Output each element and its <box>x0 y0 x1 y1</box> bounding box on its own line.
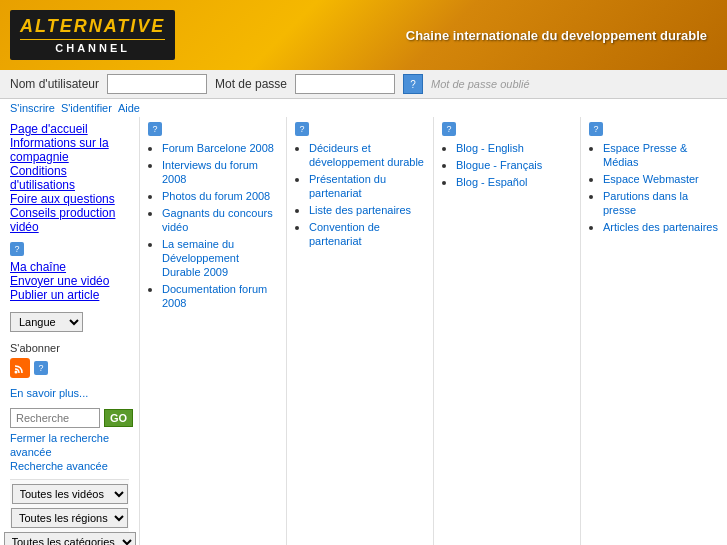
list-item: Convention de partenariat <box>309 220 425 248</box>
list-item: Présentation du partenariat <box>309 172 425 200</box>
middle-row: Page d'accueil Informations sur la compa… <box>0 117 727 545</box>
logo: ALTERNATIVE CHANNEL <box>10 10 175 60</box>
subscribe-help-icon[interactable]: ? <box>34 361 48 375</box>
subscribe-label: S'abonner <box>10 342 129 354</box>
login-submit-button[interactable]: ? <box>403 74 423 94</box>
nav-link-blog-fr[interactable]: Blogue - Français <box>456 159 542 171</box>
login-link[interactable]: S'identifier <box>61 102 112 114</box>
help-icon[interactable]: ? <box>10 242 24 256</box>
search-input[interactable] <box>10 408 100 428</box>
nav-col-partners: ? Décideurs et développement durable Pré… <box>286 117 433 545</box>
search-row: GO <box>10 408 129 428</box>
list-item: Parutions dans la presse <box>603 189 719 217</box>
list-item: Documentation forum 2008 <box>162 282 278 310</box>
list-item: Décideurs et développement durable <box>309 141 425 169</box>
videos-filter-select[interactable]: Toutes les vidéos Vidéos récentes Vidéos… <box>12 484 128 504</box>
list-item: Conditions d'utilisations <box>10 164 129 192</box>
list-item: Espace Presse & Médias <box>603 141 719 169</box>
search-button[interactable]: GO <box>104 409 133 427</box>
blog-help-icon[interactable]: ? <box>442 122 456 136</box>
password-input[interactable] <box>295 74 395 94</box>
list-item: Gagnants du concours vidéo <box>162 206 278 234</box>
nav-link-parutions[interactable]: Parutions dans la presse <box>603 190 688 216</box>
nav-link-liste[interactable]: Liste des partenaires <box>309 204 411 216</box>
help-link[interactable]: Aide <box>118 102 140 114</box>
auth-links: S'inscrire S'identifier Aide <box>0 99 727 117</box>
categories-filter-select[interactable]: Toutes les catégories Alimentation Écolo… <box>4 532 136 545</box>
nav-col-partners-header: ? <box>295 122 425 136</box>
filter-row: Toutes les vidéos Vidéos récentes Vidéos… <box>10 479 129 545</box>
login-bar: Nom d'utilisateur Mot de passe ? Mot de … <box>0 70 727 99</box>
list-item: Photos du forum 2008 <box>162 189 278 203</box>
nav-link-semaine[interactable]: La semaine du Développement Durable 2009 <box>162 238 239 278</box>
nav-link-publier[interactable]: Publier un article <box>10 288 99 302</box>
forum-help-icon[interactable]: ? <box>148 122 162 136</box>
language-select[interactable]: Langue Français English Español <box>10 312 83 332</box>
rss-icon[interactable] <box>10 358 30 378</box>
nav-link-conseils[interactable]: Conseils production vidéo <box>10 206 115 234</box>
nav-link-espace-presse[interactable]: Espace Presse & Médias <box>603 142 687 168</box>
list-item: Forum Barcelone 2008 <box>162 141 278 155</box>
list-item: Espace Webmaster <box>603 172 719 186</box>
list-item: Liste des partenaires <box>309 203 425 217</box>
nav-link-info[interactable]: Informations sur la compagnie <box>10 136 109 164</box>
list-item: La semaine du Développement Durable 2009 <box>162 237 278 279</box>
username-input[interactable] <box>107 74 207 94</box>
close-advanced-link[interactable]: Fermer la recherche avancée <box>10 432 109 458</box>
header-tagline: Chaine internationale du developpement d… <box>406 28 707 43</box>
nav-link-convention[interactable]: Convention de partenariat <box>309 221 380 247</box>
nav-col-press-header: ? <box>589 122 719 136</box>
nav-link-blog-en[interactable]: Blog - English <box>456 142 524 154</box>
nav-link-articles[interactable]: Articles des partenaires <box>603 221 718 233</box>
press-help-icon[interactable]: ? <box>589 122 603 136</box>
nav-col-blog-header: ? <box>442 122 572 136</box>
chain-nav-list: Ma chaîne Envoyer une vidéo Publier un a… <box>10 260 129 302</box>
nav-link-decideurs[interactable]: Décideurs et développement durable <box>309 142 424 168</box>
nav-link-ma-chaine[interactable]: Ma chaîne <box>10 260 66 274</box>
nav-link-interviews[interactable]: Interviews du forum 2008 <box>162 159 258 185</box>
svg-point-0 <box>15 371 18 374</box>
nav-col-forum: ? Forum Barcelone 2008 Interviews du for… <box>140 117 286 545</box>
nav-link-blog-es[interactable]: Blog - Español <box>456 176 528 188</box>
nav-grid: ? Forum Barcelone 2008 Interviews du for… <box>140 117 727 545</box>
username-label: Nom d'utilisateur <box>10 77 99 91</box>
partners-help-icon[interactable]: ? <box>295 122 309 136</box>
learn-more: En savoir plus... <box>10 386 129 400</box>
nav-col-blog: ? Blog - English Blogue - Français Blog … <box>433 117 580 545</box>
advanced-search: Recherche avancée <box>10 459 129 473</box>
list-item: Foire aux questions <box>10 192 129 206</box>
logo-alt-text: ALTERNATIVE <box>20 16 165 37</box>
rss-svg <box>14 362 26 374</box>
nav-link-doc[interactable]: Documentation forum 2008 <box>162 283 267 309</box>
register-link[interactable]: S'inscrire <box>10 102 55 114</box>
nav-link-conditions[interactable]: Conditions d'utilisations <box>10 164 75 192</box>
left-sidebar: Page d'accueil Informations sur la compa… <box>0 117 140 545</box>
nav-link-gagnants[interactable]: Gagnants du concours vidéo <box>162 207 273 233</box>
list-item: Interviews du forum 2008 <box>162 158 278 186</box>
learn-more-link[interactable]: En savoir plus... <box>10 387 88 399</box>
logo-channel-text: CHANNEL <box>55 42 130 54</box>
nav-link-webmaster[interactable]: Espace Webmaster <box>603 173 699 185</box>
nav-link-forum-barcelone[interactable]: Forum Barcelone 2008 <box>162 142 274 154</box>
logo-divider <box>20 39 165 40</box>
list-item: Blog - English <box>456 141 572 155</box>
list-item: Articles des partenaires <box>603 220 719 234</box>
forgotten-password-text: Mot de passe oublié <box>431 78 529 90</box>
subscribe-section: S'abonner ? <box>10 342 129 378</box>
nav-link-accueil[interactable]: Page d'accueil <box>10 122 88 136</box>
nav-link-photos[interactable]: Photos du forum 2008 <box>162 190 270 202</box>
language-section: Langue Français English Español <box>10 312 129 332</box>
search-section: GO Fermer la recherche avancée Recherche… <box>10 408 129 473</box>
list-item: Informations sur la compagnie <box>10 136 129 164</box>
nav-col-forum-header: ? <box>148 122 278 136</box>
password-label: Mot de passe <box>215 77 287 91</box>
forum-nav-list: Forum Barcelone 2008 Interviews du forum… <box>148 141 278 310</box>
list-item: Publier un article <box>10 288 129 302</box>
regions-filter-select[interactable]: Toutes les régions Europe Amérique <box>11 508 128 528</box>
nav-link-presentation[interactable]: Présentation du partenariat <box>309 173 386 199</box>
blog-nav-list: Blog - English Blogue - Français Blog - … <box>442 141 572 189</box>
advanced-search-link[interactable]: Recherche avancée <box>10 460 108 472</box>
list-item: Blogue - Français <box>456 158 572 172</box>
nav-link-envoyer[interactable]: Envoyer une vidéo <box>10 274 109 288</box>
nav-link-faq[interactable]: Foire aux questions <box>10 192 115 206</box>
